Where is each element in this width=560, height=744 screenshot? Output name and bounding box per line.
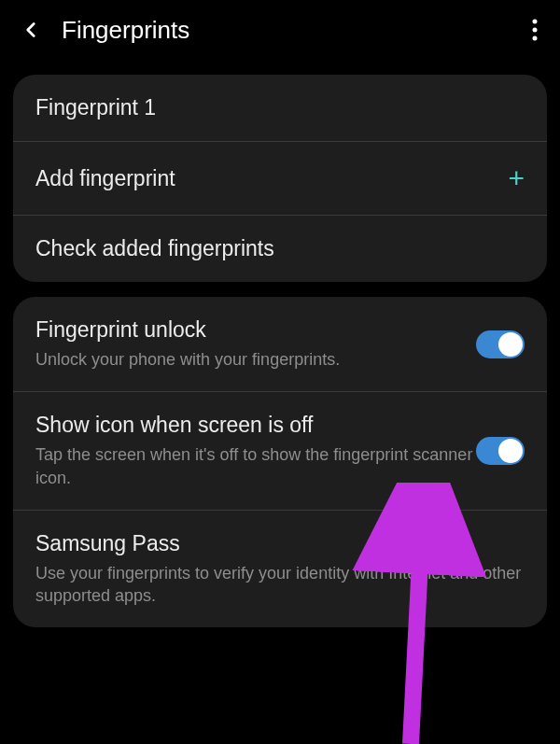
check-fingerprints-row[interactable]: Check added fingerprints (13, 216, 547, 282)
row-label: Check added fingerprints (35, 236, 525, 261)
plus-icon: + (508, 162, 525, 194)
row-subtitle: Tap the screen when it's off to show the… (35, 443, 476, 489)
svg-point-2 (533, 36, 538, 41)
fingerprint-list-card: Fingerprint 1 Add fingerprint + Check ad… (13, 75, 547, 282)
row-label: Show icon when screen is off (35, 413, 476, 438)
svg-point-1 (533, 28, 538, 33)
add-fingerprint-row[interactable]: Add fingerprint + (13, 142, 547, 216)
more-vert-icon (532, 19, 538, 41)
svg-point-0 (533, 20, 538, 24)
show-icon-toggle[interactable] (476, 437, 525, 465)
row-label: Add fingerprint (35, 166, 508, 191)
toggle-knob (498, 439, 523, 463)
app-header: Fingerprints (0, 0, 560, 60)
fingerprint-unlock-toggle[interactable] (476, 330, 525, 358)
more-options-button[interactable] (528, 15, 541, 45)
row-label: Fingerprint 1 (35, 95, 525, 120)
fingerprint-item[interactable]: Fingerprint 1 (13, 75, 547, 142)
fingerprint-settings-card: Fingerprint unlock Unlock your phone wit… (13, 297, 547, 627)
row-subtitle: Use your fingerprints to verify your ide… (35, 562, 525, 608)
toggle-knob (498, 332, 523, 357)
fingerprint-unlock-row[interactable]: Fingerprint unlock Unlock your phone wit… (13, 297, 547, 392)
page-title: Fingerprints (62, 16, 510, 45)
back-button[interactable] (19, 18, 43, 42)
row-subtitle: Unlock your phone with your fingerprints… (35, 348, 476, 371)
samsung-pass-row[interactable]: Samsung Pass Use your fingerprints to ve… (13, 511, 547, 628)
row-label: Samsung Pass (35, 531, 525, 556)
show-icon-row[interactable]: Show icon when screen is off Tap the scr… (13, 392, 547, 511)
chevron-left-icon (19, 18, 43, 42)
row-label: Fingerprint unlock (35, 317, 476, 343)
